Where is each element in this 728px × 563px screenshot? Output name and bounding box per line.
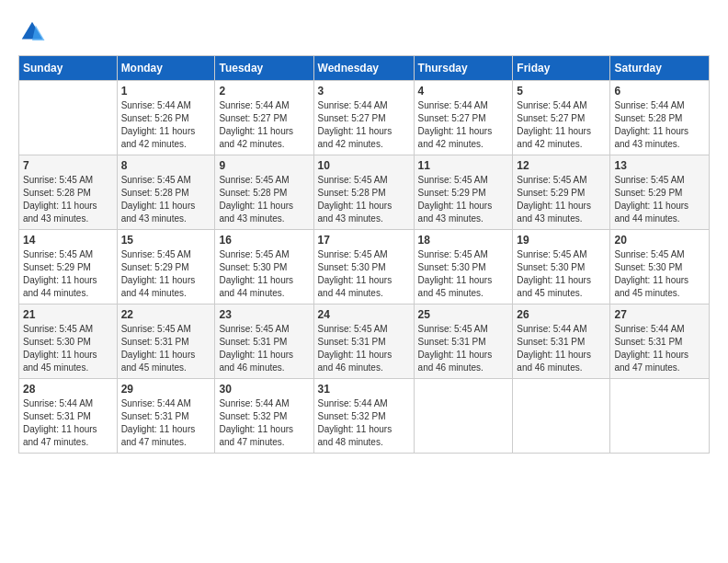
calendar-cell: 11Sunrise: 5:45 AM Sunset: 5:29 PM Dayli…	[414, 155, 513, 230]
day-number: 12	[517, 159, 606, 172]
page-header	[18, 18, 710, 46]
calendar-cell: 18Sunrise: 5:45 AM Sunset: 5:30 PM Dayli…	[414, 230, 513, 304]
day-number: 26	[517, 308, 606, 321]
cell-info: Sunrise: 5:44 AM Sunset: 5:32 PM Dayligh…	[219, 397, 309, 449]
calendar-day-header: Saturday	[610, 56, 710, 81]
calendar-cell: 3Sunrise: 5:44 AM Sunset: 5:27 PM Daylig…	[313, 81, 414, 155]
calendar-cell: 20Sunrise: 5:45 AM Sunset: 5:30 PM Dayli…	[610, 230, 710, 304]
day-number: 17	[318, 234, 410, 247]
cell-info: Sunrise: 5:44 AM Sunset: 5:31 PM Dayligh…	[23, 397, 113, 449]
cell-info: Sunrise: 5:45 AM Sunset: 5:31 PM Dayligh…	[219, 323, 309, 374]
day-number: 31	[318, 383, 410, 396]
calendar-cell: 19Sunrise: 5:45 AM Sunset: 5:30 PM Dayli…	[513, 230, 610, 304]
calendar-day-header: Friday	[513, 56, 610, 81]
calendar-cell: 31Sunrise: 5:44 AM Sunset: 5:32 PM Dayli…	[313, 379, 414, 454]
day-number: 23	[219, 308, 309, 321]
day-number: 7	[23, 159, 113, 172]
cell-info: Sunrise: 5:44 AM Sunset: 5:27 PM Dayligh…	[219, 99, 309, 151]
calendar-cell	[610, 379, 710, 454]
day-number: 11	[418, 159, 509, 172]
day-number: 20	[614, 234, 705, 247]
cell-info: Sunrise: 5:44 AM Sunset: 5:31 PM Dayligh…	[614, 323, 705, 374]
day-number: 18	[418, 234, 509, 247]
calendar-day-header: Sunday	[19, 56, 118, 81]
calendar-cell: 12Sunrise: 5:45 AM Sunset: 5:29 PM Dayli…	[513, 155, 610, 230]
calendar-cell	[19, 81, 118, 155]
cell-info: Sunrise: 5:44 AM Sunset: 5:28 PM Dayligh…	[614, 99, 705, 151]
calendar-cell: 1Sunrise: 5:44 AM Sunset: 5:26 PM Daylig…	[117, 81, 215, 155]
cell-info: Sunrise: 5:45 AM Sunset: 5:31 PM Dayligh…	[418, 323, 509, 374]
calendar-day-header: Wednesday	[313, 56, 414, 81]
calendar-cell: 26Sunrise: 5:44 AM Sunset: 5:31 PM Dayli…	[513, 304, 610, 379]
day-number: 6	[614, 85, 705, 98]
calendar-cell: 5Sunrise: 5:44 AM Sunset: 5:27 PM Daylig…	[513, 81, 610, 155]
cell-info: Sunrise: 5:45 AM Sunset: 5:29 PM Dayligh…	[23, 248, 113, 300]
calendar-week-row: 28Sunrise: 5:44 AM Sunset: 5:31 PM Dayli…	[19, 379, 710, 454]
calendar-cell: 17Sunrise: 5:45 AM Sunset: 5:30 PM Dayli…	[313, 230, 414, 304]
cell-info: Sunrise: 5:45 AM Sunset: 5:28 PM Dayligh…	[23, 174, 113, 225]
cell-info: Sunrise: 5:44 AM Sunset: 5:31 PM Dayligh…	[517, 323, 606, 374]
calendar-week-row: 1Sunrise: 5:44 AM Sunset: 5:26 PM Daylig…	[19, 81, 710, 155]
cell-info: Sunrise: 5:45 AM Sunset: 5:30 PM Dayligh…	[23, 323, 113, 374]
cell-info: Sunrise: 5:44 AM Sunset: 5:27 PM Dayligh…	[418, 99, 509, 151]
calendar-day-header: Thursday	[414, 56, 513, 81]
calendar-cell: 7Sunrise: 5:45 AM Sunset: 5:28 PM Daylig…	[19, 155, 118, 230]
calendar-cell: 9Sunrise: 5:45 AM Sunset: 5:28 PM Daylig…	[215, 155, 313, 230]
calendar-cell: 22Sunrise: 5:45 AM Sunset: 5:31 PM Dayli…	[117, 304, 215, 379]
calendar-cell: 29Sunrise: 5:44 AM Sunset: 5:31 PM Dayli…	[117, 379, 215, 454]
calendar-cell: 24Sunrise: 5:45 AM Sunset: 5:31 PM Dayli…	[313, 304, 414, 379]
calendar-cell: 23Sunrise: 5:45 AM Sunset: 5:31 PM Dayli…	[215, 304, 313, 379]
calendar-day-header: Monday	[117, 56, 215, 81]
calendar-week-row: 21Sunrise: 5:45 AM Sunset: 5:30 PM Dayli…	[19, 304, 710, 379]
day-number: 13	[614, 159, 705, 172]
calendar-header-row: SundayMondayTuesdayWednesdayThursdayFrid…	[19, 56, 710, 81]
cell-info: Sunrise: 5:45 AM Sunset: 5:30 PM Dayligh…	[318, 248, 410, 300]
cell-info: Sunrise: 5:45 AM Sunset: 5:31 PM Dayligh…	[121, 323, 211, 374]
logo	[18, 18, 50, 46]
calendar-day-header: Tuesday	[215, 56, 313, 81]
cell-info: Sunrise: 5:45 AM Sunset: 5:29 PM Dayligh…	[121, 248, 211, 300]
day-number: 3	[318, 85, 410, 98]
calendar-cell: 15Sunrise: 5:45 AM Sunset: 5:29 PM Dayli…	[117, 230, 215, 304]
day-number: 25	[418, 308, 509, 321]
cell-info: Sunrise: 5:44 AM Sunset: 5:31 PM Dayligh…	[121, 397, 211, 449]
calendar-cell: 16Sunrise: 5:45 AM Sunset: 5:30 PM Dayli…	[215, 230, 313, 304]
calendar-cell: 8Sunrise: 5:45 AM Sunset: 5:28 PM Daylig…	[117, 155, 215, 230]
day-number: 28	[23, 383, 113, 396]
calendar-cell: 27Sunrise: 5:44 AM Sunset: 5:31 PM Dayli…	[610, 304, 710, 379]
calendar-cell: 10Sunrise: 5:45 AM Sunset: 5:28 PM Dayli…	[313, 155, 414, 230]
cell-info: Sunrise: 5:45 AM Sunset: 5:28 PM Dayligh…	[219, 174, 309, 225]
cell-info: Sunrise: 5:45 AM Sunset: 5:30 PM Dayligh…	[517, 248, 606, 300]
cell-info: Sunrise: 5:45 AM Sunset: 5:29 PM Dayligh…	[418, 174, 509, 225]
calendar-cell: 25Sunrise: 5:45 AM Sunset: 5:31 PM Dayli…	[414, 304, 513, 379]
cell-info: Sunrise: 5:45 AM Sunset: 5:28 PM Dayligh…	[318, 174, 410, 225]
calendar-cell: 13Sunrise: 5:45 AM Sunset: 5:29 PM Dayli…	[610, 155, 710, 230]
day-number: 27	[614, 308, 705, 321]
cell-info: Sunrise: 5:45 AM Sunset: 5:30 PM Dayligh…	[418, 248, 509, 300]
day-number: 24	[318, 308, 410, 321]
calendar-cell: 2Sunrise: 5:44 AM Sunset: 5:27 PM Daylig…	[215, 81, 313, 155]
day-number: 19	[517, 234, 606, 247]
day-number: 1	[121, 85, 211, 98]
day-number: 5	[517, 85, 606, 98]
cell-info: Sunrise: 5:44 AM Sunset: 5:26 PM Dayligh…	[121, 99, 211, 151]
cell-info: Sunrise: 5:45 AM Sunset: 5:30 PM Dayligh…	[219, 248, 309, 300]
cell-info: Sunrise: 5:45 AM Sunset: 5:29 PM Dayligh…	[517, 174, 606, 225]
day-number: 10	[318, 159, 410, 172]
calendar-cell	[414, 379, 513, 454]
calendar-cell: 30Sunrise: 5:44 AM Sunset: 5:32 PM Dayli…	[215, 379, 313, 454]
calendar-week-row: 14Sunrise: 5:45 AM Sunset: 5:29 PM Dayli…	[19, 230, 710, 304]
cell-info: Sunrise: 5:44 AM Sunset: 5:27 PM Dayligh…	[318, 99, 410, 151]
day-number: 16	[219, 234, 309, 247]
logo-icon	[18, 18, 46, 46]
cell-info: Sunrise: 5:45 AM Sunset: 5:30 PM Dayligh…	[614, 248, 705, 300]
day-number: 4	[418, 85, 509, 98]
calendar-cell: 14Sunrise: 5:45 AM Sunset: 5:29 PM Dayli…	[19, 230, 118, 304]
day-number: 30	[219, 383, 309, 396]
calendar-cell: 6Sunrise: 5:44 AM Sunset: 5:28 PM Daylig…	[610, 81, 710, 155]
calendar-cell	[513, 379, 610, 454]
day-number: 15	[121, 234, 211, 247]
calendar-cell: 28Sunrise: 5:44 AM Sunset: 5:31 PM Dayli…	[19, 379, 118, 454]
day-number: 22	[121, 308, 211, 321]
calendar-week-row: 7Sunrise: 5:45 AM Sunset: 5:28 PM Daylig…	[19, 155, 710, 230]
